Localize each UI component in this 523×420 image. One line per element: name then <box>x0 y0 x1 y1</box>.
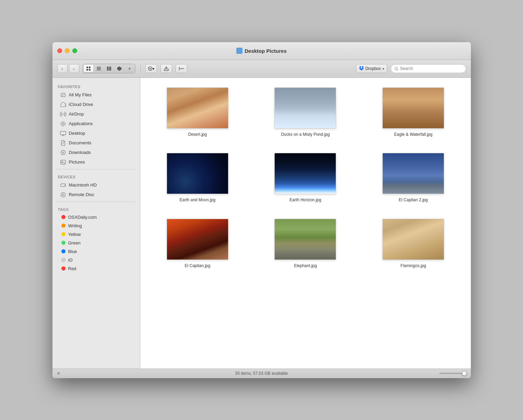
minimize-button[interactable] <box>65 48 70 53</box>
maximize-button[interactable] <box>72 48 77 53</box>
svg-rect-3 <box>89 69 91 71</box>
desktop-icon <box>60 130 66 136</box>
green-tag-dot <box>61 241 66 245</box>
share-button[interactable] <box>161 64 172 73</box>
pictures-label: Pictures <box>69 159 85 165</box>
file-item-el-capitan[interactable]: El Capitan.jpg <box>147 216 248 272</box>
svg-point-28 <box>63 194 63 195</box>
file-item-earth-horizon[interactable]: Earth Horizon.jpg <box>255 150 356 206</box>
sidebar: Favorites All My Files iCloud Drive <box>52 78 140 369</box>
sidebar-item-airdrop[interactable]: AirDrop <box>55 109 138 119</box>
macintosh-hd-label: Macintosh HD <box>69 182 97 188</box>
svg-rect-12 <box>120 67 121 70</box>
sidebar-item-remote-disc[interactable]: Remote Disc <box>55 190 138 200</box>
slider-thumb[interactable] <box>462 371 467 376</box>
file-thumb-ducks <box>274 87 336 129</box>
sidebar-item-downloads[interactable]: Downloads <box>55 148 138 157</box>
svg-rect-15 <box>164 69 168 71</box>
yellow-tag-dot <box>61 232 66 236</box>
sidebar-item-yellow[interactable]: Yellow <box>55 230 138 239</box>
osxdaily-label: OSXDaily.com <box>68 215 97 220</box>
yellow-label: Yellow <box>68 232 81 237</box>
sidebar-item-green[interactable]: Green <box>55 239 138 247</box>
osxdaily-tag-dot <box>61 215 66 219</box>
file-name-eagle: Eagle & Waterfall.jpg <box>394 132 432 137</box>
sidebar-divider-2 <box>56 202 136 202</box>
svg-rect-9 <box>110 67 111 71</box>
file-name-flamingos: Flamingos.jpg <box>401 263 426 269</box>
writing-label: Writing <box>68 223 82 228</box>
svg-point-16 <box>395 67 397 69</box>
file-thumb-el-capitan <box>167 219 228 260</box>
file-name-elephant: Elephant.jpg <box>294 263 317 269</box>
red-tag-dot <box>61 266 66 271</box>
documents-label: Documents <box>69 140 92 145</box>
titlebar: Desktop Pictures <box>52 42 471 60</box>
svg-rect-2 <box>86 69 88 71</box>
icloud-drive-icon <box>60 101 66 108</box>
downloads-icon <box>60 149 66 156</box>
sidebar-item-red[interactable]: Red <box>55 264 138 273</box>
close-button[interactable] <box>57 48 62 53</box>
file-thumb-earth-moon <box>167 153 228 194</box>
airdrop-icon <box>60 111 66 117</box>
io-label: iO <box>68 257 73 263</box>
zoom-slider[interactable] <box>439 373 467 374</box>
writing-tag-dot <box>61 224 66 228</box>
sidebar-item-io[interactable]: iO <box>55 256 138 264</box>
file-item-desert[interactable]: Desert.jpg <box>147 85 248 140</box>
column-view-button[interactable] <box>104 65 114 72</box>
statusbar-text: 55 items, 57.03 GB available <box>235 371 288 376</box>
forward-button[interactable]: › <box>69 64 79 73</box>
file-item-elephant[interactable]: Elephant.jpg <box>255 216 356 272</box>
file-thumb-elephant <box>274 219 336 260</box>
sidebar-item-applications[interactable]: Applications <box>55 119 138 129</box>
title-content: Desktop Pictures <box>236 48 287 54</box>
search-box[interactable] <box>391 64 466 73</box>
file-grid: Desert.jpgDucks on a Misty Pond.jpgEagle… <box>147 85 464 272</box>
action-button[interactable]: ▾ <box>145 64 157 73</box>
dropbox-button[interactable]: Dropbox ▾ <box>356 64 387 73</box>
back-button[interactable]: ‹ <box>57 64 68 73</box>
file-thumb-eagle <box>382 87 444 129</box>
separator-1 <box>140 64 141 73</box>
sidebar-item-all-my-files[interactable]: All My Files <box>55 90 138 100</box>
applications-label: Applications <box>69 121 93 126</box>
sidebar-item-icloud-drive[interactable]: iCloud Drive <box>55 100 138 109</box>
io-tag-dot <box>61 258 66 262</box>
file-item-flamingos[interactable]: Flamingos.jpg <box>363 216 464 272</box>
sidebar-item-desktop[interactable]: Desktop <box>55 129 138 138</box>
finder-window: Desktop Pictures ‹ › <box>52 42 471 378</box>
file-item-eagle[interactable]: Eagle & Waterfall.jpg <box>363 85 464 140</box>
svg-rect-4 <box>97 67 101 68</box>
cover-flow-button[interactable] <box>115 65 124 72</box>
sidebar-item-writing[interactable]: Writing <box>55 221 138 230</box>
file-thumb-desert <box>167 87 228 129</box>
view-options-button[interactable]: ▾ <box>125 65 134 72</box>
desktop-label: Desktop <box>69 131 85 136</box>
macintosh-hd-icon <box>60 182 66 188</box>
svg-point-18 <box>62 113 63 115</box>
svg-rect-20 <box>60 131 66 135</box>
svg-point-19 <box>62 123 64 124</box>
favorites-section-title: Favorites <box>52 81 140 90</box>
file-thumb-el-capitan-2 <box>382 153 444 194</box>
sidebar-item-documents[interactable]: Documents <box>55 138 138 148</box>
sidebar-item-macintosh-hd[interactable]: Macintosh HD <box>55 180 138 190</box>
list-view-button[interactable] <box>94 65 104 72</box>
remote-disc-label: Remote Disc <box>69 192 94 197</box>
file-item-el-capitan-2[interactable]: El Capitan 2.jpg <box>363 150 464 206</box>
devices-section-title: Devices <box>52 171 140 180</box>
path-button[interactable] <box>176 64 187 73</box>
file-item-earth-moon[interactable]: Earth and Moon.jpg <box>147 150 248 206</box>
sidebar-item-blue[interactable]: Blue <box>55 247 138 256</box>
file-item-ducks[interactable]: Ducks on a Misty Pond.jpg <box>255 85 356 140</box>
file-name-ducks: Ducks on a Misty Pond.jpg <box>281 132 330 137</box>
sidebar-item-pictures[interactable]: Pictures <box>55 157 138 167</box>
icon-view-button[interactable] <box>84 65 93 72</box>
toolbar-right: Dropbox ▾ <box>356 64 466 73</box>
sidebar-item-osxdaily[interactable]: OSXDaily.com <box>55 213 138 221</box>
search-input[interactable] <box>400 66 462 71</box>
applications-icon <box>60 121 66 127</box>
statusbar-settings-icon[interactable]: ✕ <box>57 371 61 376</box>
